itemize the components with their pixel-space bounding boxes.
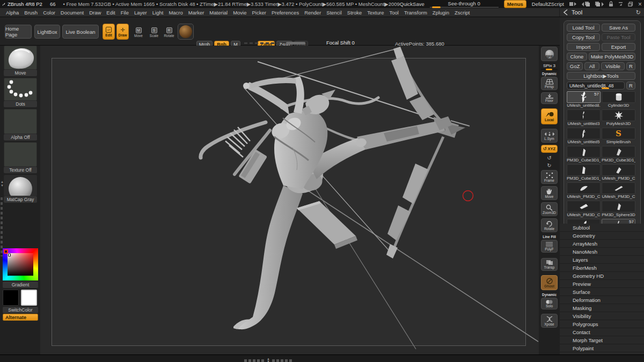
section-contact[interactable]: Contact xyxy=(560,328,644,336)
spix-slider[interactable]: SPix 3 xyxy=(541,63,558,70)
section-visibility[interactable]: Visibility xyxy=(560,312,644,320)
top-divider-dashes[interactable] xyxy=(244,42,283,44)
tool-thumbnail[interactable]: Cylinder3D xyxy=(602,91,635,108)
tool-thumbnail[interactable]: UMesh_untitled3 xyxy=(567,109,601,127)
alternate-button[interactable]: Alternate xyxy=(3,314,38,321)
tool-thumbnail[interactable]: PM3D_Sphere3D xyxy=(602,201,635,218)
tool-thumbnail[interactable]: UMesh_PM3D_C xyxy=(602,182,635,200)
frame-button[interactable]: Frame xyxy=(541,170,558,184)
edit-mode-button[interactable]: ▱ Edit xyxy=(103,24,115,40)
main-color-swatch[interactable] xyxy=(3,290,19,306)
bottom-divider-dashes-left[interactable] xyxy=(244,359,265,362)
current-stroke-thumbnail[interactable] xyxy=(4,78,37,101)
menus-toggle-button[interactable]: Menus xyxy=(504,0,526,8)
goz-button[interactable]: GoZ xyxy=(567,62,583,70)
rotate-mode-button[interactable]: R Rotate xyxy=(163,25,175,40)
spix-handle[interactable] xyxy=(546,69,552,70)
menu-item-marker[interactable]: Marker xyxy=(186,10,207,16)
menu-item-zplugin[interactable]: Zplugin xyxy=(430,10,452,16)
tool-thumbnail[interactable]: PM3D_Cube3D1_ xyxy=(567,164,601,181)
transp-button[interactable]: Transp xyxy=(541,258,558,271)
ghost-button[interactable]: Ghost xyxy=(541,275,558,290)
menu-item-edit[interactable]: Edit xyxy=(104,10,118,16)
collapse-panel-icon[interactable] xyxy=(563,9,568,16)
tool-thumbnail[interactable]: PM3D_Cube3D1_ xyxy=(602,146,635,163)
tool-thumbnail[interactable]: 57 UMesh_untitled8. xyxy=(567,91,601,108)
local-button[interactable]: Local xyxy=(541,108,558,124)
menu-item-stroke[interactable]: Stroke xyxy=(345,10,364,16)
section-nanomesh[interactable]: NanoMesh xyxy=(560,248,644,256)
prev-document-icon[interactable] xyxy=(582,2,590,7)
tool-thumbnail[interactable]: UMesh_PM3D_C xyxy=(602,164,635,181)
menu-item-zscript[interactable]: Zscript xyxy=(452,10,473,16)
section-morph-target[interactable]: Morph Target xyxy=(560,336,644,344)
save-as-button[interactable]: Save As xyxy=(602,24,635,32)
solo-button[interactable]: Solo xyxy=(541,298,558,309)
xyz-button[interactable]: ↺ XYZ xyxy=(541,145,558,153)
menu-item-draw[interactable]: Draw xyxy=(86,10,104,16)
tool-thumbnail[interactable]: UMesh_PM3D_C xyxy=(567,201,601,218)
section-fibermesh[interactable]: FiberMesh xyxy=(560,264,644,272)
color-picker[interactable] xyxy=(3,248,38,280)
floor-button[interactable]: Floor xyxy=(541,92,558,104)
goz-r-button[interactable]: R xyxy=(626,62,635,70)
clone-button[interactable]: Clone xyxy=(567,53,587,61)
section-surface[interactable]: Surface xyxy=(560,288,644,296)
menu-item-picker[interactable]: Picker xyxy=(250,10,269,16)
switch-color-label[interactable]: SwitchColor xyxy=(3,307,38,313)
scale-mode-button[interactable]: S Scale xyxy=(148,25,160,40)
active-tool-slider[interactable]: UMesh_untitled8. 48 xyxy=(567,82,625,90)
load-tool-button[interactable]: Load Tool xyxy=(567,24,600,32)
divider-arrows-icon[interactable]: ▲▼ xyxy=(267,358,270,362)
left-divider-handle[interactable]: ▲▼ xyxy=(0,180,4,192)
move-mode-button[interactable]: M Move xyxy=(133,25,144,40)
make-polymesh3d-button[interactable]: Make PolyMesh3D xyxy=(589,53,635,61)
all-button[interactable]: All xyxy=(584,62,599,70)
polyframe-button[interactable]: PolyF xyxy=(541,240,558,253)
menu-item-macro[interactable]: Macro xyxy=(166,10,185,16)
top-divider-handle[interactable] xyxy=(286,42,305,45)
section-deformation[interactable]: Deformation xyxy=(560,296,644,304)
panel-cycle-icon[interactable]: ↻ xyxy=(636,9,641,16)
current-alpha-thumbnail[interactable] xyxy=(4,109,37,134)
copy-tool-button[interactable]: Copy Tool xyxy=(567,33,600,41)
home-page-button[interactable]: Home Page xyxy=(5,25,32,39)
paste-tool-button[interactable]: Paste Tool xyxy=(602,33,635,41)
tool-thumbnail[interactable]: PM3D_Cube3D1_ xyxy=(567,146,601,163)
menu-item-brush[interactable]: Brush xyxy=(21,10,40,16)
menu-item-alpha[interactable]: Alpha xyxy=(3,10,21,16)
section-masking[interactable]: Masking xyxy=(560,304,644,312)
minimize-icon[interactable] xyxy=(618,2,623,6)
menu-item-file[interactable]: File xyxy=(118,10,131,16)
rotate-cycle-icon[interactable]: ↻ xyxy=(547,162,551,168)
next-document-icon[interactable] xyxy=(595,2,604,7)
close-icon[interactable]: × xyxy=(638,1,642,8)
lightbox-tools-button[interactable]: Lightbox▶Tools xyxy=(567,72,635,80)
section-polypaint[interactable]: Polypaint xyxy=(560,344,644,352)
move-canvas-button[interactable]: Move xyxy=(541,186,558,200)
menu-item-render[interactable]: Render xyxy=(302,10,324,16)
current-material-button[interactable] xyxy=(178,24,194,40)
secondary-color-swatch[interactable] xyxy=(21,290,37,306)
section-preview[interactable]: Preview xyxy=(560,280,644,288)
bottom-divider-dashes-right[interactable] xyxy=(272,359,292,362)
bpr-button[interactable]: BPR xyxy=(541,47,558,61)
menu-item-layer[interactable]: Layer xyxy=(131,10,150,16)
live-boolean-button[interactable]: Live Boolean xyxy=(62,25,99,39)
section-geometry-hd[interactable]: Geometry HD xyxy=(560,272,644,280)
import-button[interactable]: Import xyxy=(567,43,600,51)
menu-item-color[interactable]: Color xyxy=(40,10,58,16)
left-divider-dashes[interactable] xyxy=(1,197,3,256)
lightbox-button[interactable]: LightBox xyxy=(34,25,60,39)
menu-item-document[interactable]: Document xyxy=(58,10,86,16)
restore-icon[interactable] xyxy=(628,2,633,7)
menu-item-material[interactable]: Material xyxy=(207,10,230,16)
timeline-icon[interactable] xyxy=(569,2,577,6)
tool-thumbnail[interactable]: S SimpleBrush xyxy=(602,128,635,145)
menu-item-stencil[interactable]: Stencil xyxy=(324,10,345,16)
persp-button[interactable]: Persp xyxy=(541,77,558,90)
current-texture-thumbnail[interactable] xyxy=(4,142,37,167)
color-picker-sv-area[interactable] xyxy=(8,253,33,276)
see-through-slider[interactable]: See-through 0 xyxy=(430,1,499,8)
menu-item-movie[interactable]: Movie xyxy=(230,10,249,16)
